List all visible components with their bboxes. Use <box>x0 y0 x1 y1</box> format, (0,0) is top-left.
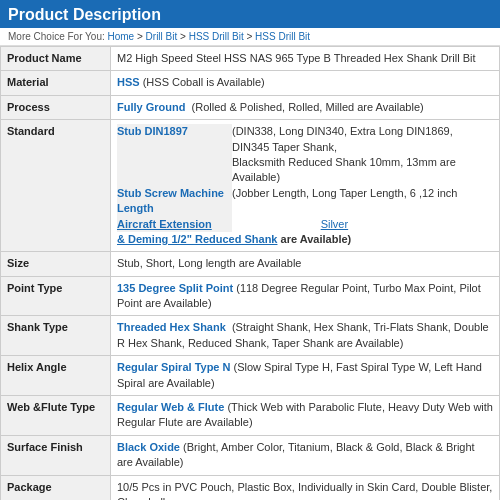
value-material: HSS (HSS Coball is Available) <box>111 71 500 95</box>
table-row: Helix Angle Regular Spiral Type N (Slow … <box>1 356 500 396</box>
table-row: Product Name M2 High Speed Steel HSS NAS… <box>1 47 500 71</box>
value-standard: Stub DIN1897 (DIN338, Long DIN340, Extra… <box>111 120 500 252</box>
table-row: Surface Finish Black Oxide (Bright, Ambe… <box>1 435 500 475</box>
page-header: Product Description <box>0 0 500 28</box>
product-table: Product Name M2 High Speed Steel HSS NAS… <box>0 46 500 500</box>
table-row: Point Type 135 Degree Split Point (118 D… <box>1 276 500 316</box>
value-size: Stub, Short, Long length are Available <box>111 252 500 276</box>
value-helix-angle: Regular Spiral Type N (Slow Spiral Type … <box>111 356 500 396</box>
value-point-type: 135 Degree Split Point (118 Degree Regul… <box>111 276 500 316</box>
breadcrumb-hss-drillbit2[interactable]: HSS Drill Bit <box>255 31 310 42</box>
table-row: Shank Type Threaded Hex Shank (Straight … <box>1 316 500 356</box>
value-shank-type: Threaded Hex Shank (Straight Shank, Hex … <box>111 316 500 356</box>
breadcrumb-hss-drillbit[interactable]: HSS Drill Bit <box>189 31 244 42</box>
value-product-name: M2 High Speed Steel HSS NAS 965 Type B T… <box>111 47 500 71</box>
value-package: 10/5 Pcs in PVC Pouch, Plastic Box, Indi… <box>111 475 500 500</box>
label-process: Process <box>1 95 111 119</box>
table-row: Process Fully Ground (Rolled & Polished,… <box>1 95 500 119</box>
label-web-flute: Web &Flute Type <box>1 396 111 436</box>
table-row: Package 10/5 Pcs in PVC Pouch, Plastic B… <box>1 475 500 500</box>
label-helix-angle: Helix Angle <box>1 356 111 396</box>
value-web-flute: Regular Web & Flute (Thick Web with Para… <box>111 396 500 436</box>
label-product-name: Product Name <box>1 47 111 71</box>
table-row: Standard Stub DIN1897 (DIN338, Long DIN3… <box>1 120 500 252</box>
table-row: Material HSS (HSS Coball is Available) <box>1 71 500 95</box>
value-surface-finish: Black Oxide (Bright, Amber Color, Titani… <box>111 435 500 475</box>
breadcrumb-drillbit[interactable]: Drill Bit <box>146 31 178 42</box>
label-material: Material <box>1 71 111 95</box>
label-size: Size <box>1 252 111 276</box>
label-surface-finish: Surface Finish <box>1 435 111 475</box>
label-standard: Standard <box>1 120 111 252</box>
table-row: Size Stub, Short, Long length are Availa… <box>1 252 500 276</box>
label-package: Package <box>1 475 111 500</box>
page-title: Product Description <box>8 6 492 24</box>
breadcrumb-label: More Choice For You: <box>8 31 108 42</box>
label-point-type: Point Type <box>1 276 111 316</box>
table-row: Web &Flute Type Regular Web & Flute (Thi… <box>1 396 500 436</box>
label-shank-type: Shank Type <box>1 316 111 356</box>
breadcrumb: More Choice For You: Home > Drill Bit > … <box>0 28 500 46</box>
value-process: Fully Ground (Rolled & Polished, Rolled,… <box>111 95 500 119</box>
breadcrumb-home[interactable]: Home <box>108 31 135 42</box>
